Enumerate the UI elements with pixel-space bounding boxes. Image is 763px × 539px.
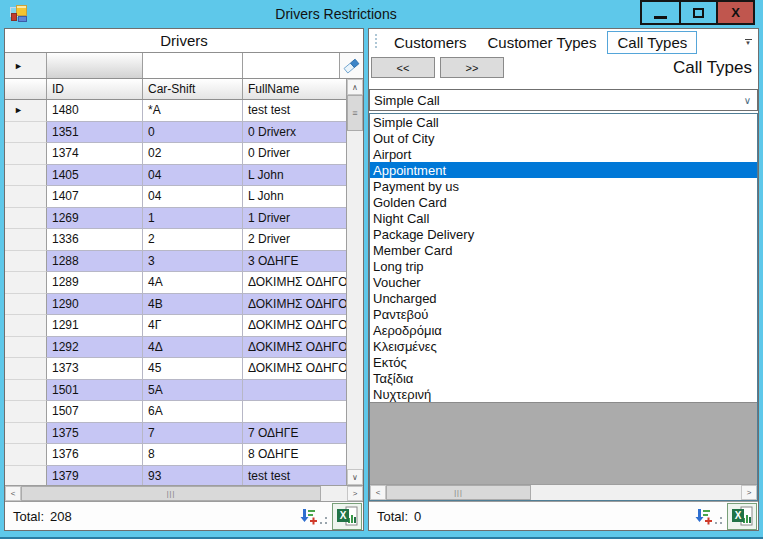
column-header-car-shift[interactable]: Car-Shift — [143, 79, 243, 99]
cell-car-shift[interactable]: 1 — [143, 208, 243, 230]
table-row[interactable]: 12924ΔΔΟΚΙΜΗΣ ΟΔΗΓΟ... — [5, 337, 346, 359]
cell-id[interactable]: 1351 — [47, 122, 143, 144]
cell-id[interactable]: 1374 — [47, 143, 143, 165]
cell-fullname[interactable]: test test — [243, 100, 346, 122]
list-item[interactable]: Εκτός — [370, 354, 757, 370]
row-header-cell[interactable] — [5, 143, 47, 165]
table-row[interactable]: 135100 Driverx — [5, 122, 346, 144]
cell-id[interactable]: 1379 — [47, 466, 143, 486]
table-row[interactable]: 126911 Driver — [5, 208, 346, 230]
cell-id[interactable]: 1407 — [47, 186, 143, 208]
table-row[interactable]: 137577 ΟΔΗΓΕ — [5, 423, 346, 445]
chevron-down-icon[interactable]: ∨ — [744, 95, 757, 106]
vertical-scroll-thumb[interactable]: ≡ — [347, 95, 363, 131]
cell-id[interactable]: 1375 — [47, 423, 143, 445]
minimize-button[interactable] — [642, 2, 679, 23]
row-header-cell[interactable] — [5, 294, 47, 316]
cell-car-shift[interactable]: 8 — [143, 444, 243, 466]
cell-fullname[interactable]: ΔΟΚΙΜΗΣ ΟΔΗΓΟ... — [243, 337, 346, 359]
horizontal-scrollbar[interactable]: < ||| > — [370, 484, 757, 500]
cell-fullname[interactable]: L John — [243, 186, 346, 208]
cell-car-shift[interactable]: 45 — [143, 358, 243, 380]
filter-input-car-shift[interactable] — [143, 53, 243, 78]
previous-button[interactable]: << — [371, 57, 435, 78]
row-header-cell[interactable] — [5, 444, 47, 466]
list-item[interactable]: Payment by us — [370, 178, 757, 194]
table-row[interactable]: 140504L John — [5, 165, 346, 187]
cell-car-shift[interactable]: 04 — [143, 186, 243, 208]
next-button[interactable]: >> — [440, 57, 504, 78]
table-row[interactable]: 137688 ΟΔΗΓΕ — [5, 444, 346, 466]
cell-id[interactable]: 1292 — [47, 337, 143, 359]
cell-id[interactable]: 1405 — [47, 165, 143, 187]
list-item[interactable]: Voucher — [370, 274, 757, 290]
cell-fullname[interactable]: 0 Driverx — [243, 122, 346, 144]
filter-input-fullname[interactable] — [243, 53, 340, 78]
export-excel-button[interactable]: X — [332, 503, 362, 530]
cell-fullname[interactable]: 1 Driver — [243, 208, 346, 230]
horizontal-scroll-thumb[interactable]: ||| — [386, 485, 531, 500]
cell-car-shift[interactable]: 02 — [143, 143, 243, 165]
scroll-right-button[interactable]: > — [741, 485, 757, 500]
tab-customers[interactable]: Customers — [384, 31, 477, 54]
cell-car-shift[interactable]: 93 — [143, 466, 243, 486]
list-item[interactable]: Ταξίδια — [370, 370, 757, 386]
table-row[interactable]: 140704L John — [5, 186, 346, 208]
cell-id[interactable]: 1373 — [47, 358, 143, 380]
tab-call-types[interactable]: Call Types — [607, 31, 697, 54]
row-header-cell[interactable] — [5, 380, 47, 402]
table-row[interactable]: 12904BΔΟΚΙΜΗΣ ΟΔΗΓΟ... — [5, 294, 346, 316]
row-header-cell[interactable] — [5, 272, 47, 294]
cell-id[interactable]: 1501 — [47, 380, 143, 402]
cell-fullname[interactable]: 3 ΟΔΗΓΕ — [243, 251, 346, 273]
list-item[interactable]: Long trip — [370, 258, 757, 274]
sort-icon[interactable] — [694, 507, 712, 525]
row-header-cell[interactable] — [5, 315, 47, 337]
cell-car-shift[interactable]: 4B — [143, 294, 243, 316]
list-item[interactable]: Νυχτερινή — [370, 386, 757, 402]
list-item[interactable]: Simple Call — [370, 114, 757, 130]
cell-car-shift[interactable]: 4Δ — [143, 337, 243, 359]
list-item[interactable]: Appointment — [370, 162, 757, 178]
cell-car-shift[interactable]: 4Γ — [143, 315, 243, 337]
table-row[interactable]: 15076A — [5, 401, 346, 423]
row-header-cell[interactable] — [5, 401, 47, 423]
cell-fullname[interactable] — [243, 401, 346, 423]
header-row-selector[interactable] — [5, 79, 47, 99]
row-header-cell[interactable] — [5, 337, 47, 359]
cell-fullname[interactable]: ΔΟΚΙΜΗΣ ΟΔΗΓΟ... — [243, 315, 346, 337]
row-header-cell[interactable] — [5, 423, 47, 445]
export-excel-button[interactable]: X — [727, 503, 757, 530]
table-row[interactable]: 12914ΓΔΟΚΙΜΗΣ ΟΔΗΓΟ... — [5, 315, 346, 337]
cell-id[interactable]: 1269 — [47, 208, 143, 230]
cell-id[interactable]: 1480 — [47, 100, 143, 122]
cell-car-shift[interactable]: *A — [143, 100, 243, 122]
cell-fullname[interactable]: 0 Driver — [243, 143, 346, 165]
list-item[interactable]: Golden Card — [370, 194, 757, 210]
row-header-cell[interactable] — [5, 229, 47, 251]
list-item[interactable]: Airport — [370, 146, 757, 162]
table-row[interactable]: 128833 ΟΔΗΓΕ — [5, 251, 346, 273]
list-item[interactable]: Ραντεβού — [370, 306, 757, 322]
row-header-cell[interactable] — [5, 208, 47, 230]
cell-fullname[interactable]: 2 Driver — [243, 229, 346, 251]
list-item[interactable]: Αεροδρόμια — [370, 322, 757, 338]
cell-car-shift[interactable]: 6A — [143, 401, 243, 423]
scroll-left-button[interactable]: < — [370, 485, 386, 500]
table-row[interactable]: 137345ΔΟΚΙΜΗΣ ΟΔΗΓΟΣ — [5, 358, 346, 380]
cell-fullname[interactable]: 7 ΟΔΗΓΕ — [243, 423, 346, 445]
cell-fullname[interactable]: ΔΟΚΙΜΗΣ ΟΔΗΓΟΣ — [243, 272, 346, 294]
cell-id[interactable]: 1290 — [47, 294, 143, 316]
resize-grip[interactable] — [715, 516, 724, 525]
maximize-button[interactable] — [679, 2, 716, 23]
cell-id[interactable]: 1288 — [47, 251, 143, 273]
cell-car-shift[interactable]: 7 — [143, 423, 243, 445]
cell-car-shift[interactable]: 0 — [143, 122, 243, 144]
vertical-scrollbar[interactable]: ∧ ≡ ∨ — [346, 79, 363, 485]
cell-car-shift[interactable]: 3 — [143, 251, 243, 273]
list-item[interactable]: Night Call — [370, 210, 757, 226]
cell-fullname[interactable] — [243, 380, 346, 402]
tab-customer-types[interactable]: Customer Types — [478, 31, 607, 54]
clear-filter-button[interactable] — [340, 53, 363, 78]
table-row[interactable]: 137993test test — [5, 466, 346, 486]
